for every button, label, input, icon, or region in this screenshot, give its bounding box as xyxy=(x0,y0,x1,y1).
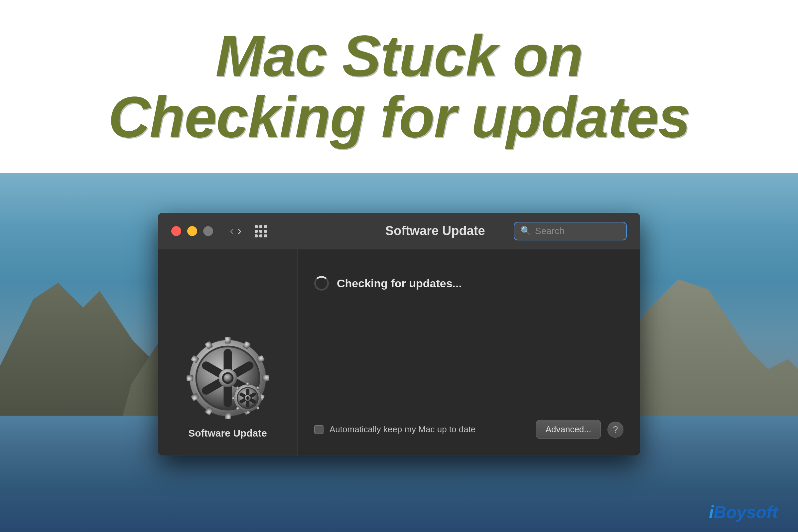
headline-line2: Checking for updates xyxy=(108,84,690,149)
grid-dot xyxy=(255,234,258,238)
bottom-bar: Automatically keep my Mac up to date Adv… xyxy=(314,413,624,439)
grid-dot xyxy=(259,234,262,238)
svg-point-8 xyxy=(224,374,232,382)
svg-rect-9 xyxy=(225,337,231,343)
grid-dot xyxy=(264,234,267,238)
maximize-button[interactable] xyxy=(203,226,213,236)
window-content: Software Update Checking for updates... … xyxy=(158,249,640,456)
forward-arrow[interactable]: › xyxy=(238,224,242,238)
gear-icon xyxy=(186,337,269,420)
help-button[interactable]: ? xyxy=(607,422,624,438)
checkbox-wrapper: Automatically keep my Mac up to date xyxy=(314,424,475,435)
checking-area: Checking for updates... xyxy=(314,269,624,291)
sidebar-label: Software Update xyxy=(188,428,267,439)
advanced-button[interactable]: Advanced... xyxy=(536,420,601,439)
grid-dot xyxy=(264,230,267,233)
search-icon: 🔍 xyxy=(520,226,531,236)
svg-rect-35 xyxy=(232,397,235,399)
mac-desktop-background: ‹ › Software Update 🔍 Search xyxy=(0,173,798,532)
back-arrow[interactable]: ‹ xyxy=(230,224,234,238)
spinner-ring xyxy=(314,276,329,291)
top-banner: Mac Stuck on Checking for updates xyxy=(0,0,798,173)
svg-rect-31 xyxy=(260,397,263,399)
title-bar: ‹ › Software Update 🔍 Search xyxy=(158,213,640,249)
grid-dot xyxy=(255,230,258,233)
watermark: iBoysoft xyxy=(709,502,778,522)
sidebar: Software Update xyxy=(158,249,298,456)
search-placeholder: Search xyxy=(535,226,565,236)
minimize-button[interactable] xyxy=(187,226,197,236)
svg-rect-12 xyxy=(262,375,269,381)
watermark-prefix: i xyxy=(709,502,714,522)
close-button[interactable] xyxy=(171,226,181,236)
spinner xyxy=(314,276,329,291)
watermark-suffix: Boysoft xyxy=(714,502,778,522)
grid-dot xyxy=(259,225,262,228)
svg-rect-33 xyxy=(246,411,249,414)
gear-icon-wrapper xyxy=(186,337,269,420)
grid-dot xyxy=(255,225,258,228)
grid-dot xyxy=(259,230,262,233)
svg-rect-15 xyxy=(225,413,231,419)
svg-point-28 xyxy=(246,396,249,400)
svg-rect-29 xyxy=(246,383,249,386)
auto-update-label: Automatically keep my Mac up to date xyxy=(329,424,475,435)
nav-arrows: ‹ › xyxy=(230,224,241,238)
traffic-lights xyxy=(171,226,213,236)
headline: Mac Stuck on Checking for updates xyxy=(108,25,690,148)
gear-container: Software Update xyxy=(186,337,269,439)
grid-icon[interactable] xyxy=(255,225,267,237)
main-panel: Checking for updates... Automatically ke… xyxy=(298,249,640,456)
checking-text: Checking for updates... xyxy=(337,277,462,290)
search-box[interactable]: 🔍 Search xyxy=(514,222,627,241)
headline-line1: Mac Stuck on xyxy=(215,23,583,88)
auto-update-checkbox[interactable] xyxy=(314,425,324,434)
svg-rect-18 xyxy=(187,375,193,381)
grid-dot xyxy=(264,225,267,228)
system-preferences-window: ‹ › Software Update 🔍 Search xyxy=(158,213,640,456)
